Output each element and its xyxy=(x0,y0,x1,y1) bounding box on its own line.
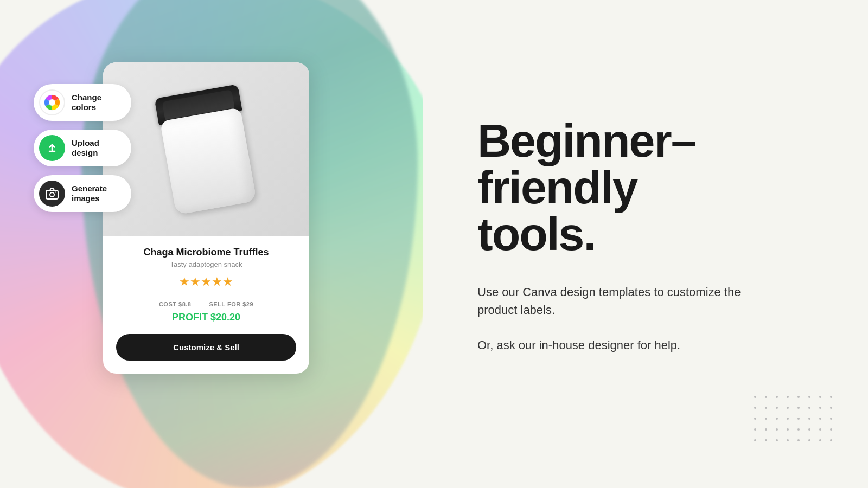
dot xyxy=(808,407,810,409)
dot xyxy=(819,428,821,431)
sell-label: SELL FOR $29 xyxy=(209,301,253,307)
dot xyxy=(754,407,756,409)
tools-container: Changecolors Uploaddesign xyxy=(34,84,131,212)
dot xyxy=(754,439,756,441)
dot xyxy=(765,418,767,420)
svg-point-5 xyxy=(55,192,56,193)
svg-rect-3 xyxy=(46,190,58,199)
dot xyxy=(830,428,832,431)
dot xyxy=(765,407,767,409)
product-jar xyxy=(150,82,262,216)
dot xyxy=(830,407,832,409)
dot xyxy=(787,439,789,441)
dot xyxy=(787,396,789,398)
headline-line1: Beginner– xyxy=(477,114,696,166)
product-subtitle: Tasty adaptogen snack xyxy=(116,260,296,268)
product-info: Chaga Microbiome Truffles Tasty adaptoge… xyxy=(103,236,309,374)
description-block-2: Or, ask our in-house designer for help. xyxy=(477,336,814,354)
dot xyxy=(819,418,821,420)
dot xyxy=(765,439,767,441)
price-divider xyxy=(200,300,200,309)
dot xyxy=(776,428,778,431)
profit-row: PROFIT $20.20 xyxy=(116,312,296,323)
color-wheel-icon xyxy=(39,89,65,115)
dot xyxy=(819,439,821,441)
description-text-1: Use our Canva design templates to custom… xyxy=(477,283,749,319)
dot xyxy=(754,428,756,431)
headline: Beginner– friendly tools. xyxy=(477,117,814,257)
dot xyxy=(797,428,800,431)
dot xyxy=(830,418,832,420)
generate-images-label: Generateimages xyxy=(72,184,107,203)
right-section: Beginner– friendly tools. Use our Canva … xyxy=(423,0,868,488)
dot xyxy=(787,407,789,409)
dot xyxy=(776,439,778,441)
dot xyxy=(787,418,789,420)
product-image-area xyxy=(103,62,309,236)
dot xyxy=(830,396,832,398)
star-rating: ★★★★★ xyxy=(116,275,296,289)
headline-line2: friendly xyxy=(477,161,637,213)
dot xyxy=(765,396,767,398)
dot xyxy=(830,439,832,441)
dot xyxy=(819,396,821,398)
jar-body xyxy=(160,107,257,215)
description-text-2: Or, ask our in-house designer for help. xyxy=(477,336,749,354)
upload-icon xyxy=(39,135,65,161)
dot xyxy=(776,407,778,409)
dot xyxy=(808,418,810,420)
svg-point-1 xyxy=(49,99,55,106)
dot xyxy=(797,407,800,409)
dot xyxy=(765,428,767,431)
dot xyxy=(808,396,810,398)
dot xyxy=(808,439,810,441)
dot xyxy=(754,418,756,420)
description-block-1: Use our Canva design templates to custom… xyxy=(477,283,814,319)
dot xyxy=(797,396,800,398)
svg-point-4 xyxy=(50,192,54,197)
dot xyxy=(808,428,810,431)
product-name: Chaga Microbiome Truffles xyxy=(116,247,296,258)
dot xyxy=(787,428,789,431)
headline-line3: tools. xyxy=(477,208,595,260)
camera-icon xyxy=(39,181,65,207)
dot-pattern xyxy=(754,396,835,445)
cost-label: COST $8.8 xyxy=(159,301,192,307)
dot xyxy=(797,418,800,420)
dot xyxy=(797,439,800,441)
upload-design-pill[interactable]: Uploaddesign xyxy=(34,130,131,166)
dot xyxy=(754,396,756,398)
product-card: Chaga Microbiome Truffles Tasty adaptoge… xyxy=(103,62,309,374)
left-section: Changecolors Uploaddesign xyxy=(0,0,423,488)
change-colors-pill[interactable]: Changecolors xyxy=(34,84,131,121)
generate-images-pill[interactable]: Generateimages xyxy=(34,175,131,212)
dot xyxy=(819,407,821,409)
change-colors-label: Changecolors xyxy=(72,93,101,112)
profit-label: PROFIT $20.20 xyxy=(172,312,240,323)
customize-sell-button[interactable]: Customize & Sell xyxy=(116,334,296,361)
dot xyxy=(776,418,778,420)
pricing-row: COST $8.8 SELL FOR $29 xyxy=(116,300,296,309)
dot xyxy=(776,396,778,398)
upload-design-label: Uploaddesign xyxy=(72,138,99,158)
